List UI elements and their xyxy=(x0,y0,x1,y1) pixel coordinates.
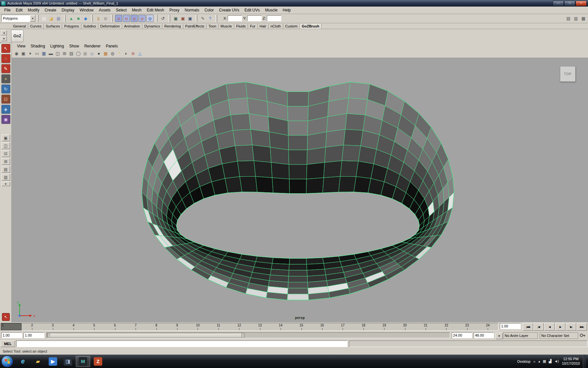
two-pane-side-layout-button[interactable]: ◫ xyxy=(2,142,10,149)
perspective-viewport[interactable]: TOP x y persp xyxy=(12,58,588,322)
shelf-tab-rendering[interactable]: Rendering xyxy=(162,24,183,29)
panel-menu-lighting[interactable]: Lighting xyxy=(48,43,67,49)
goz-shelf-button[interactable]: GoZ xyxy=(11,30,24,42)
windows-media-player-taskbar-button[interactable]: ▶ xyxy=(46,356,60,367)
move-tool[interactable]: + xyxy=(1,74,10,83)
mesh-face[interactable] xyxy=(228,98,249,115)
mel-label[interactable]: MEL xyxy=(1,341,15,347)
menu-proxy[interactable]: Proxy xyxy=(167,7,182,13)
mesh-face[interactable] xyxy=(226,82,247,99)
wireframe-mode-icon[interactable]: ◇ xyxy=(89,50,95,57)
anim-layer-dropdown-arrow[interactable]: ▼ xyxy=(496,333,503,339)
paint-select-tool[interactable]: ✎ xyxy=(1,64,10,73)
menu-help[interactable]: Help xyxy=(280,7,293,13)
snap-to-curve-icon[interactable]: ∪ xyxy=(123,15,130,22)
mesh-face[interactable] xyxy=(254,161,272,178)
shelf-tab-polygons[interactable]: Polygons xyxy=(62,24,81,29)
coord-z-input[interactable] xyxy=(267,15,281,21)
go-to-end-button[interactable]: ▶▶| xyxy=(577,323,587,331)
resolution-gate-icon[interactable]: ◫ xyxy=(55,50,61,57)
mesh-face[interactable] xyxy=(252,145,271,162)
layout-expand-button[interactable]: ▾ xyxy=(2,182,10,186)
maximize-button[interactable]: □ xyxy=(564,1,575,6)
universal-manipulator-tool[interactable]: ◈ xyxy=(1,105,10,114)
current-time-field[interactable] xyxy=(500,323,521,329)
shelf-tab-painteffects[interactable]: PaintEffects xyxy=(183,24,207,29)
mesh-face[interactable] xyxy=(289,179,307,194)
select-tool[interactable]: ↖ xyxy=(1,44,10,53)
mesh-face[interactable] xyxy=(306,178,323,194)
play-forwards-button[interactable]: ▶ xyxy=(555,323,565,331)
panel-menu-show[interactable]: Show xyxy=(67,43,82,49)
mel-command-input[interactable] xyxy=(16,341,348,347)
select-by-component-icon[interactable]: ◆ xyxy=(82,15,89,22)
mesh-face[interactable] xyxy=(345,114,365,130)
rotate-tool[interactable]: ↻ xyxy=(1,84,10,94)
lips-polygon-mesh[interactable] xyxy=(12,58,588,322)
mesh-face[interactable] xyxy=(255,176,273,193)
start-button[interactable] xyxy=(1,356,13,367)
scale-tool[interactable]: ⊡ xyxy=(1,95,10,104)
menu-display[interactable]: Display xyxy=(59,7,77,13)
panel-menu-shading[interactable]: Shading xyxy=(28,43,48,49)
mesh-face[interactable] xyxy=(289,165,307,179)
shelf-tab-fluids[interactable]: Fluids xyxy=(234,24,248,29)
select-by-hierarchy-icon[interactable]: ▲ xyxy=(68,15,74,22)
internet-explorer-taskbar-button[interactable]: e xyxy=(16,356,30,367)
mesh-face[interactable] xyxy=(356,161,374,179)
menu-set-dropdown[interactable]: Polygons ▼ xyxy=(1,15,35,22)
shelf-tab-muscle[interactable]: Muscle xyxy=(219,24,234,29)
windows-explorer-taskbar-button[interactable]: ▰ xyxy=(31,356,45,367)
shelf-tab-dynamics[interactable]: Dynamics xyxy=(142,24,162,29)
mesh-face[interactable] xyxy=(271,162,289,179)
mesh-face[interactable] xyxy=(326,129,345,147)
mesh-face[interactable] xyxy=(287,106,308,121)
auto-keyframe-toggle[interactable] xyxy=(580,333,586,338)
mesh-face[interactable] xyxy=(287,294,308,300)
mesh-face[interactable] xyxy=(225,177,242,193)
character-set-dropdown[interactable]: No Character Set xyxy=(540,332,578,339)
chevron-down-icon[interactable]: ▼ xyxy=(30,15,35,22)
mesh-face[interactable] xyxy=(237,161,256,176)
mesh-face[interactable] xyxy=(323,176,340,193)
mesh-face[interactable] xyxy=(222,161,240,179)
desktop-toolbar-label[interactable]: Desktop xyxy=(517,359,530,363)
shadows-icon[interactable]: ◐ xyxy=(123,50,129,57)
menu-normals[interactable]: Normals xyxy=(182,7,202,13)
panel-menu-view[interactable]: View xyxy=(14,43,28,49)
taskbar-clock[interactable]: 12:55 PM 10/17/2010 xyxy=(562,357,580,366)
playback-end-field[interactable] xyxy=(452,332,472,338)
coord-x-input[interactable] xyxy=(228,15,242,21)
grid-icon[interactable]: ▦ xyxy=(41,50,47,57)
shelf-tab-animation[interactable]: Animation xyxy=(122,24,142,29)
mesh-face[interactable] xyxy=(307,147,326,165)
mesh-face[interactable] xyxy=(288,121,308,135)
use-default-material-icon[interactable]: ◍ xyxy=(109,50,116,57)
panel-menu-renderer[interactable]: Renderer xyxy=(82,43,103,49)
menu-window[interactable]: Window xyxy=(77,7,96,13)
shelf-tab-toon[interactable]: Toon xyxy=(206,24,219,29)
lighting-icon[interactable]: * xyxy=(116,50,122,57)
last-tool-icon[interactable]: ↖ xyxy=(2,313,10,321)
shelf-menu-icon[interactable]: ▾ xyxy=(1,36,7,41)
menu-color[interactable]: Color xyxy=(202,7,217,13)
mesh-face[interactable] xyxy=(339,176,356,192)
render-settings-icon[interactable]: ▣ xyxy=(187,15,193,22)
gate-mask-icon[interactable]: ⊞ xyxy=(61,50,68,57)
shelf-tab-subdivs[interactable]: Subdivs xyxy=(81,24,98,29)
snap-to-view-plane-icon[interactable]: ∪ xyxy=(139,15,146,22)
range-slider-track[interactable] xyxy=(46,332,450,338)
new-scene-icon[interactable]: ▤ xyxy=(41,15,47,22)
minimize-button[interactable]: — xyxy=(553,1,564,6)
volume-icon[interactable]: ◄) xyxy=(554,359,559,363)
mesh-face[interactable] xyxy=(289,264,307,270)
safe-action-icon[interactable]: ◯ xyxy=(75,50,81,57)
ipr-render-icon[interactable]: ▣ xyxy=(180,15,186,22)
mesh-face[interactable] xyxy=(342,145,361,161)
hidden-icons-chevron[interactable]: ▴ xyxy=(538,359,540,363)
mesh-face[interactable] xyxy=(235,145,254,161)
mesh-face[interactable] xyxy=(340,161,359,176)
anim-layer-dropdown[interactable]: No Anim Layer xyxy=(503,332,538,339)
time-slider-track[interactable]: 1234567891011121314151617181920212223241 xyxy=(1,323,498,331)
menu-edit-uvs[interactable]: Edit UVs xyxy=(242,7,263,13)
